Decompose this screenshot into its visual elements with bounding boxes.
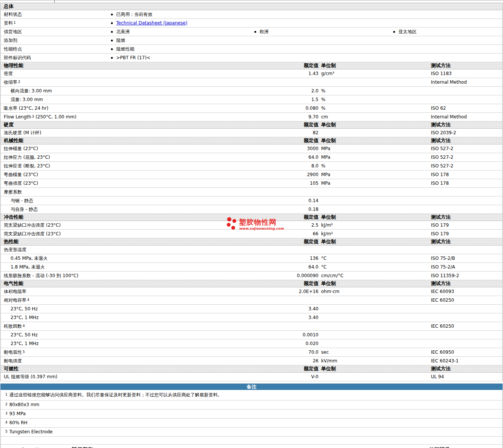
property-row: 吸水率 (23°C, 24 hr)0.080%ISO 62 [1, 104, 502, 113]
bullet-item-text: 亚太地区 [398, 28, 417, 36]
property-table: 总体材料状态已商用：当前有效资料1Technical Datasheet (Ja… [0, 3, 503, 381]
column-header-method: 测试方法 [431, 365, 451, 372]
property-label: 耐电弧性5 [4, 348, 25, 356]
property-label-text: 弯曲模量 (23°C) [4, 172, 38, 177]
property-unit: % [321, 104, 325, 112]
property-value: 70.0 [261, 348, 318, 356]
bullet-item-text: >PBT FR (17)< [116, 54, 150, 62]
footer-revision[interactable]: 修订记录 [429, 446, 450, 448]
test-method: ISO 527-2 [431, 144, 453, 153]
footnote-ref: 4 [23, 324, 25, 328]
bullet-icon [111, 40, 113, 41]
property-label: 耐电强度 [4, 357, 22, 365]
test-method: IEC 60250 [431, 296, 454, 304]
property-label: 1.8 MPa, 未退火 [11, 263, 45, 271]
property-label-text: 供货地区 [4, 29, 22, 34]
footnote-number: 2 [5, 402, 8, 406]
bullet-item-text: 欧洲 [260, 28, 269, 36]
property-label: 与钢 - 静态 [11, 196, 33, 205]
footnote-text: 60% RH [9, 420, 28, 425]
property-label: 热变形温度 [4, 245, 26, 254]
property-label: 供货地区 [4, 28, 22, 36]
footnote-ref: 2 [18, 80, 20, 84]
property-row: 23°C, 50 Hz3.40 [1, 305, 502, 313]
test-method: ISO 178 [431, 170, 449, 179]
column-header-unit: 单位制 [321, 238, 336, 245]
property-label-text: 相对电容率 [4, 298, 26, 303]
property-label-text: 流量: 3.00 mm [11, 97, 43, 102]
property-value: 8.0 [261, 162, 318, 170]
footer-copyright: 版权所有 [72, 446, 93, 448]
property-label-text: 与钢 - 静态 [11, 198, 33, 203]
property-value: 1.43 [261, 69, 318, 78]
property-value: 64.0 [261, 153, 318, 161]
footnote-number: 4 [5, 420, 8, 424]
datasheet-link[interactable]: Technical Datasheet (Japanese) [116, 19, 188, 27]
notes-bar-title: 备注 [247, 384, 257, 390]
property-unit: MPa [321, 170, 330, 179]
property-label: 流量: 3.00 mm [11, 95, 43, 104]
test-method: ISO 527-2 [431, 153, 453, 161]
property-label: 体积电阻率 [4, 287, 26, 296]
footnote-number: 5 [5, 430, 8, 433]
property-value: 0.14 [261, 196, 318, 205]
column-header-value: 额定值 [261, 121, 318, 128]
property-row: 洛氏硬度 (M 计秤)82ISO 2039-2 [1, 129, 502, 137]
property-value: 2.5 [261, 221, 318, 229]
property-label-text: 体积电阻率 [4, 289, 26, 294]
property-value: 105 [261, 179, 318, 187]
property-unit: °C [321, 254, 326, 262]
property-label: 简支梁缺口冲击强度 (23°C) [4, 230, 61, 238]
property-label-text: 热变形温度 [4, 247, 26, 252]
footnote-ref: 3 [32, 115, 34, 118]
property-label: 耗散因数4 [4, 322, 25, 330]
property-label: 添加剂 [4, 36, 17, 44]
test-method: ISO 179 [431, 230, 449, 238]
bullet-icon [111, 14, 113, 15]
property-unit: MPa [321, 144, 330, 153]
footnote-row: 460% RH [1, 419, 502, 428]
property-label-text: 横向流量: 3.00 mm [11, 88, 52, 94]
property-unit: cm/cm/°C [321, 272, 343, 280]
section-title: 机械性能 [4, 137, 23, 144]
property-row: 部件标识代码>PBT FR (17)< [1, 54, 502, 62]
property-unit: cm [321, 113, 328, 121]
property-row: 横向流量: 3.00 mm2.0% [1, 87, 502, 95]
property-unit: % [321, 162, 325, 170]
test-method: IEC 60250 [431, 322, 454, 330]
property-row: 拉伸模量 (23°C)3000MPaISO 527-2 [1, 144, 502, 153]
test-method: ISO 75-2/A [431, 263, 455, 271]
property-unit: MPa [321, 153, 330, 161]
property-label-text: 23°C, 1 MHz [11, 341, 38, 346]
bullet-icon [393, 31, 395, 33]
property-row: 供货地区北美洲欧洲亚太地区 [1, 28, 502, 36]
property-value: 2.0 [261, 87, 318, 95]
property-label-text: 0.45 MPa, 未退火 [11, 256, 48, 261]
property-row: 弯曲模量 (23°C)2900MPaISO 178 [1, 170, 502, 179]
section-header: 物理性能额定值单位制测试方法 [1, 62, 502, 69]
column-header-value: 额定值 [261, 280, 318, 287]
section-title: 冲击性能 [4, 214, 23, 221]
section-title: 可燃性 [4, 365, 18, 372]
notes-bar: 备注 [0, 384, 503, 390]
column-header-unit: 单位制 [321, 137, 336, 144]
property-value: 64.0 [261, 263, 318, 271]
property-unit: kJ/m² [321, 230, 333, 238]
property-value: 3.40 [261, 305, 318, 313]
property-label-text: 拉伸模量 (23°C) [4, 146, 38, 151]
property-label-suffix: (250°C, 1.00 mm) [34, 114, 76, 120]
property-label: 与自身 - 静态 [11, 205, 38, 213]
section-header: 冲击性能额定值单位制测试方法 [1, 214, 502, 221]
column-header-method: 测试方法 [431, 238, 451, 245]
property-unit: kV/mm [321, 357, 337, 365]
property-label: 部件标识代码 [4, 54, 31, 62]
footnote-row: 393 MPa [1, 410, 502, 419]
test-method: ISO 75-2/B [431, 254, 455, 262]
column-header-method: 测试方法 [431, 280, 451, 287]
property-label: 吸水率 (23°C, 24 hr) [4, 104, 48, 112]
property-label-text: 耗散因数 [4, 324, 22, 329]
property-unit: kJ/m² [321, 221, 333, 229]
test-method: ISO 179 [431, 221, 449, 229]
footnote-number: 3 [5, 411, 8, 415]
property-label-text: UL 阻燃等级 (0.397 mm) [4, 374, 57, 379]
